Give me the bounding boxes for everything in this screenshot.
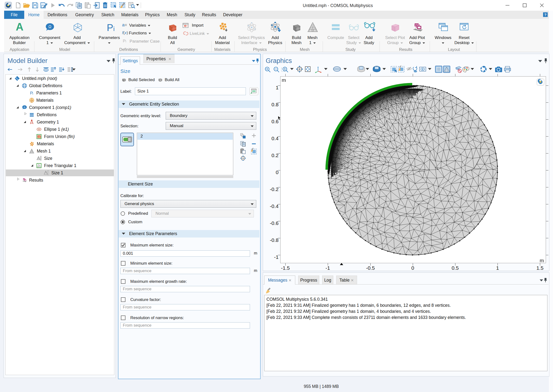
svg-text:Ω: Ω [48,25,51,29]
svg-text:Ω: Ω [24,106,25,108]
svg-text:i: i [32,92,33,95]
